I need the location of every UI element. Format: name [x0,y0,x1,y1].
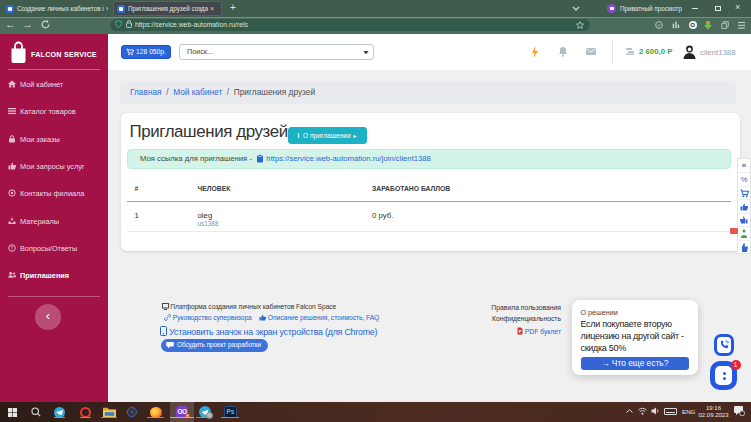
svg-text:P: P [518,329,521,334]
svg-text:?: ? [11,245,14,251]
